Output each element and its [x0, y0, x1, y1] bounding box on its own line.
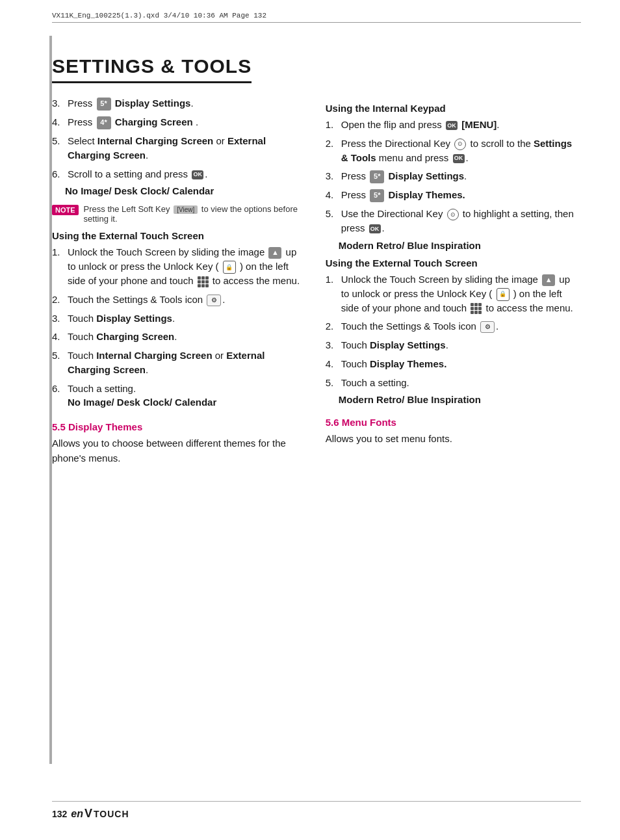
- list-item: 6. Touch a setting. No Image/ Desk Clock…: [52, 382, 306, 410]
- page-content: SETTINGS & TOOLS 3. Press 5* Display Set…: [52, 36, 581, 788]
- internal-charging-label: Internal Charging Screen: [97, 135, 213, 146]
- badge-5: 5*: [97, 98, 111, 111]
- list-item: 3. Press 5* Display Settings.: [326, 169, 580, 183]
- view-btn-icon: [View]: [174, 205, 198, 214]
- footer-brand: enVTOUCH: [71, 807, 129, 820]
- external-touch-list-right: 1. Unlock the Touch Screen by sliding th…: [326, 272, 580, 390]
- charging-screen-2: Charging Screen: [96, 331, 174, 342]
- ok-icon: OK: [192, 170, 203, 179]
- tools-icon-2: ⚙: [480, 321, 495, 333]
- list-item: 2. Touch the Settings & Tools icon ⚙.: [52, 293, 306, 307]
- display-themes-label: Display Themes.: [388, 189, 465, 200]
- internal-keypad-list: 1. Open the flip and press OK [MENU]. 2.…: [326, 118, 580, 235]
- list-item: 6. Scroll to a setting and press OK.: [52, 167, 306, 181]
- display-settings-2: Display Settings: [96, 313, 172, 324]
- arrow-up-icon-2: ▲: [542, 274, 555, 286]
- list-item: 5. Select Internal Charging Screen or Ex…: [52, 134, 306, 163]
- grid-icon-2: [471, 303, 482, 314]
- ok-icon-3: OK: [453, 154, 465, 163]
- indent-label-1: No Image/ Desk Clock/ Calendar: [65, 185, 306, 196]
- internal-keypad-heading: Using the Internal Keypad: [326, 103, 580, 114]
- dir-key-icon: ⊙: [454, 138, 466, 150]
- ok-icon-4: OK: [369, 224, 381, 233]
- subsection-55-title: 5.5 Display Themes: [52, 421, 306, 432]
- dir-key-icon-2: ⊙: [447, 209, 459, 220]
- external-touch-list-left: 1. Unlock the Touch Screen by sliding th…: [52, 245, 306, 410]
- left-top-list: 3. Press 5* Display Settings. 4. Press 4…: [52, 96, 306, 181]
- list-item: 3. Press 5* Display Settings.: [52, 96, 306, 111]
- list-item: 3. Touch Display Settings.: [52, 311, 306, 326]
- subsection-55-desc: Allows you to choose between different t…: [52, 436, 306, 466]
- tools-icon: ⚙: [207, 295, 221, 306]
- external-touch-heading-left: Using the External Touch Screen: [52, 230, 306, 241]
- list-item: 1. Unlock the Touch Screen by sliding th…: [326, 272, 580, 315]
- list-item: 5. Use the Directional Key ⊙ to highligh…: [326, 207, 580, 235]
- badge-5c: 5*: [370, 189, 384, 202]
- indent-label-2: No Image/ Desk Clock/ Calendar: [68, 397, 216, 408]
- page-header: VX11K_Eng_100225(1.3).qxd 3/4/10 10:36 A…: [52, 12, 581, 23]
- display-settings-3: Display Settings: [388, 170, 464, 181]
- display-themes-2: Display Themes.: [370, 358, 446, 369]
- list-item: 4. Touch Charging Screen.: [52, 330, 306, 344]
- indent-modern-retro-2: Modern Retro/ Blue Inspiration: [339, 394, 580, 405]
- list-item: 3. Touch Display Settings.: [326, 338, 580, 352]
- display-settings-4: Display Settings: [370, 339, 446, 350]
- list-item: 4. Press 4* Charging Screen .: [52, 115, 306, 129]
- note-box: NOTE Press the Left Soft Key [View] to v…: [52, 204, 306, 224]
- display-settings-label: Display Settings: [115, 98, 191, 109]
- two-column-layout: 3. Press 5* Display Settings. 4. Press 4…: [52, 96, 581, 471]
- menu-label: [MENU]: [461, 119, 497, 130]
- badge-4: 4*: [97, 116, 111, 129]
- note-label: NOTE: [52, 205, 79, 215]
- right-column: Using the Internal Keypad 1. Open the fl…: [326, 96, 580, 471]
- list-item: 4. Press 5* Display Themes.: [326, 188, 580, 202]
- subsection-56-title: 5.6 Menu Fonts: [326, 417, 580, 428]
- subsection-56-desc: Allows you to set menu fonts.: [326, 432, 580, 447]
- note-text: Press the Left Soft Key [View] to view t…: [84, 204, 306, 224]
- page-footer: 132 enVTOUCH: [52, 801, 581, 820]
- list-item: 2. Touch the Settings & Tools icon ⚙.: [326, 319, 580, 334]
- external-touch-heading-right: Using the External Touch Screen: [326, 257, 580, 269]
- internal-charging-2: Internal Charging Screen: [96, 350, 212, 361]
- indent-modern-retro-1: Modern Retro/ Blue Inspiration: [339, 240, 580, 251]
- list-item: 5. Touch a setting.: [326, 376, 580, 390]
- ok-icon-2: OK: [446, 121, 458, 130]
- page-title: SETTINGS & TOOLS: [52, 55, 252, 83]
- badge-5b: 5*: [370, 170, 384, 183]
- list-item: 5. Touch Internal Charging Screen or Ext…: [52, 348, 306, 377]
- footer-page-number: 132: [52, 809, 67, 819]
- grid-icon: [198, 276, 209, 287]
- left-column: 3. Press 5* Display Settings. 4. Press 4…: [52, 96, 306, 471]
- list-item: 4. Touch Display Themes.: [326, 357, 580, 371]
- list-item: 2. Press the Directional Key ⊙ to scroll…: [326, 137, 580, 165]
- unlock-key-icon: 🔒: [223, 261, 236, 274]
- unlock-key-icon-2: 🔒: [497, 288, 510, 301]
- arrow-up-icon: ▲: [268, 247, 281, 259]
- charging-screen-label: Charging Screen: [115, 116, 193, 127]
- list-item: 1. Unlock the Touch Screen by sliding th…: [52, 245, 306, 288]
- list-item: 1. Open the flip and press OK [MENU].: [326, 118, 580, 132]
